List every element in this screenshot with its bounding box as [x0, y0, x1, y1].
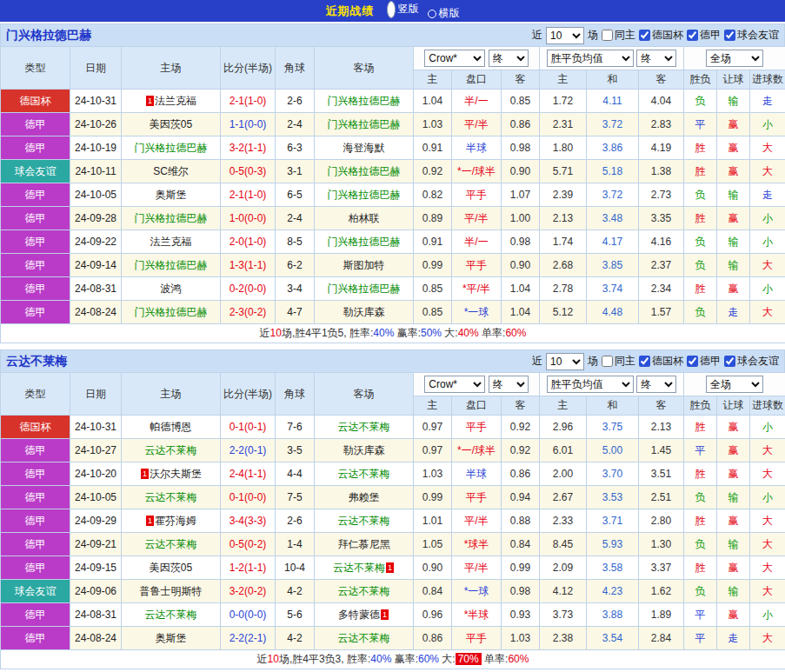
away-team-name[interactable]: 云达不莱梅 — [315, 462, 414, 486]
away-win-odds: 1.38 — [639, 160, 684, 183]
checkbox-same-home[interactable] — [602, 30, 613, 41]
away-team-name[interactable]: 门兴格拉德巴赫 — [315, 90, 414, 113]
home-team-name[interactable]: 1沃尔夫斯堡 — [122, 462, 221, 486]
away-team-name[interactable]: 海登海默 — [315, 136, 414, 160]
team-name-text: 云达不莱梅 — [145, 444, 197, 456]
home-team-name[interactable]: 帕德博恩 — [122, 416, 221, 439]
filter-option-bundesliga[interactable]: 德甲 — [687, 354, 721, 369]
team-name-text: 云达不莱梅 — [338, 421, 390, 433]
corner-score: 2-6 — [276, 509, 315, 533]
europe-average-select[interactable]: 胜平负均值 — [547, 50, 634, 67]
handicap-line: *一/球半 — [452, 160, 502, 183]
away-team-name[interactable]: 云达不莱梅1 — [315, 556, 414, 580]
home-team-name[interactable]: 门兴格拉德巴赫 — [122, 301, 221, 324]
away-team-name[interactable]: 云达不莱梅 — [315, 509, 414, 533]
away-team-name[interactable]: 云达不莱梅 — [315, 627, 414, 650]
scope-select[interactable]: 全场 — [706, 50, 763, 67]
checkbox-bundesliga[interactable] — [687, 30, 698, 41]
filter-option-german-cup[interactable]: 德国杯 — [639, 28, 683, 43]
scope-select[interactable]: 全场 — [706, 376, 763, 393]
away-team-name[interactable]: 门兴格拉德巴赫 — [315, 230, 414, 254]
filter-option-german-cup[interactable]: 德国杯 — [639, 354, 683, 369]
sub-column-header: 让球 — [717, 396, 750, 416]
odds-final-select[interactable]: 终 — [489, 376, 529, 393]
match-score: 2-4(1-1) — [221, 462, 276, 486]
checkbox-bundesliga[interactable] — [687, 356, 698, 367]
checkbox-german-cup[interactable] — [639, 30, 650, 41]
win-loss-result: 负 — [684, 183, 717, 207]
europe-final-select[interactable]: 终 — [636, 376, 676, 393]
away-team-name[interactable]: 弗赖堡 — [315, 486, 414, 509]
view-mode-radio-horizontal[interactable]: 横版 — [428, 6, 460, 21]
team-name-text: 拜仁慕尼黑 — [338, 538, 390, 550]
home-team-name[interactable]: 云达不莱梅 — [122, 439, 221, 462]
sub-column-header: 盘口 — [452, 396, 502, 416]
sub-column-header: 和 — [587, 70, 639, 90]
away-team-name[interactable]: 门兴格拉德巴赫 — [315, 277, 414, 301]
home-team-name[interactable]: 门兴格拉德巴赫 — [122, 136, 221, 160]
away-team-name[interactable]: 勒沃库森 — [315, 439, 414, 462]
over-under-result: 大 — [750, 462, 785, 486]
away-win-odds: 2.83 — [639, 113, 684, 136]
view-mode-radio-vertical[interactable]: 竖版 — [387, 1, 419, 18]
home-team-name[interactable]: 奥斯堡 — [122, 183, 221, 207]
home-team-name[interactable]: SC维尔 — [122, 160, 221, 183]
match-row: 德国杯24-10-311法兰克福2-1(1-0)2-6门兴格拉德巴赫1.04半/… — [1, 90, 785, 113]
home-team-name[interactable]: 云达不莱梅 — [122, 533, 221, 556]
away-team-name[interactable]: 斯图加特 — [315, 254, 414, 277]
match-score: 0-1(0-1) — [221, 416, 276, 439]
win-loss-result: 胜 — [684, 136, 717, 160]
europe-final-select[interactable]: 终 — [636, 50, 676, 67]
handicap-result: 输 — [717, 254, 750, 277]
home-team-name[interactable]: 法兰克福 — [122, 230, 221, 254]
odds-company-select[interactable]: Crow* — [424, 376, 485, 393]
win-loss-result: 平 — [684, 603, 717, 627]
away-team-name[interactable]: 门兴格拉德巴赫 — [315, 113, 414, 136]
filter-option-same-home[interactable]: 同主 — [602, 28, 635, 43]
home-team-name[interactable]: 云达不莱梅 — [122, 603, 221, 627]
match-date: 24-10-05 — [70, 486, 122, 509]
filter-option-bundesliga[interactable]: 德甲 — [687, 28, 721, 43]
home-team-name[interactable]: 云达不莱梅 — [122, 486, 221, 509]
away-team-name[interactable]: 多特蒙德1 — [315, 603, 414, 627]
checkbox-same-home[interactable] — [602, 356, 613, 367]
team-name-text: 门兴格拉德巴赫 — [328, 236, 401, 248]
filter-option-same-home[interactable]: 同主 — [602, 354, 635, 369]
home-team-name[interactable]: 波鸿 — [122, 277, 221, 301]
handicap-home-odds: 0.99 — [414, 486, 452, 509]
handicap-result: 走 — [717, 627, 750, 650]
home-team-name[interactable]: 美因茨05 — [122, 113, 221, 136]
home-team-name[interactable]: 1霍芬海姆 — [122, 509, 221, 533]
match-type-badge: 德甲 — [1, 627, 70, 650]
match-type-badge: 球会友谊 — [1, 580, 70, 603]
checkbox-club-friendly[interactable] — [724, 30, 735, 41]
away-team-name[interactable]: 拜仁慕尼黑 — [315, 533, 414, 556]
away-team-name[interactable]: 门兴格拉德巴赫 — [315, 160, 414, 183]
home-team-name[interactable]: 门兴格拉德巴赫 — [122, 254, 221, 277]
odds-company-select[interactable]: Crow* — [424, 50, 485, 67]
match-count-select[interactable]: 10 — [546, 353, 584, 370]
away-team-name[interactable]: 云达不莱梅 — [315, 580, 414, 603]
away-team-name[interactable]: 勒沃库森 — [315, 301, 414, 324]
europe-average-select[interactable]: 胜平负均值 — [547, 376, 634, 393]
filter-option-club-friendly[interactable]: 球会友谊 — [724, 28, 779, 43]
away-team-name[interactable]: 柏林联 — [315, 207, 414, 230]
checkbox-club-friendly[interactable] — [724, 356, 735, 367]
home-team-name[interactable]: 普鲁士明斯特 — [122, 580, 221, 603]
away-team-name[interactable]: 门兴格拉德巴赫 — [315, 183, 414, 207]
away-team-name[interactable]: 云达不莱梅 — [315, 416, 414, 439]
handicap-home-odds: 0.91 — [414, 136, 452, 160]
home-team-name[interactable]: 奥斯堡 — [122, 627, 221, 650]
handicap-odds-header: Crow* 终 — [414, 373, 540, 396]
corner-score: 2-6 — [276, 90, 315, 113]
home-team-name[interactable]: 美因茨05 — [122, 556, 221, 580]
filter-option-club-friendly[interactable]: 球会友谊 — [724, 354, 779, 369]
match-count-select[interactable]: 10 — [546, 27, 584, 44]
checkbox-german-cup[interactable] — [639, 356, 650, 367]
home-team-name[interactable]: 1法兰克福 — [122, 90, 221, 113]
home-team-name[interactable]: 门兴格拉德巴赫 — [122, 207, 221, 230]
handicap-result: 赢 — [717, 416, 750, 439]
odds-final-select[interactable]: 终 — [489, 50, 529, 67]
section-header: 门兴格拉德巴赫近10场同主德国杯德甲球会友谊 — [0, 23, 785, 46]
handicap-away-odds: 0.92 — [502, 416, 540, 439]
